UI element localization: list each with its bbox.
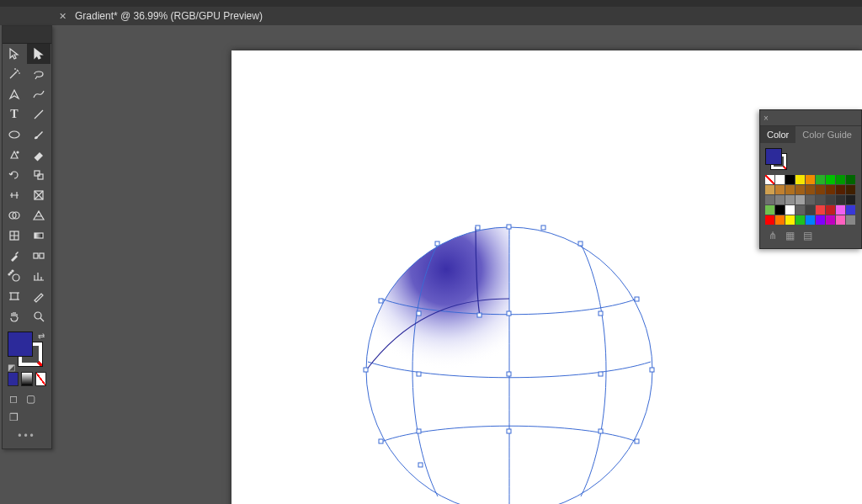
swatch[interactable] — [846, 205, 855, 215]
magic-wand-tool[interactable] — [3, 64, 26, 84]
swatch[interactable] — [795, 215, 805, 225]
artboard-tool[interactable] — [3, 286, 26, 306]
swatch[interactable] — [816, 215, 825, 225]
mesh-tool[interactable] — [3, 225, 26, 246]
swatch[interactable] — [775, 205, 785, 215]
swatch[interactable] — [765, 185, 774, 194]
swatch[interactable] — [836, 185, 845, 194]
swatch[interactable] — [826, 175, 835, 184]
tab-close-icon[interactable]: ✕ — [59, 11, 67, 22]
swatch[interactable] — [816, 175, 825, 184]
swatch[interactable] — [765, 195, 774, 204]
swatch[interactable] — [806, 215, 815, 225]
swatch[interactable] — [826, 215, 835, 225]
swatch[interactable] — [785, 215, 795, 225]
column-graph-tool[interactable] — [27, 266, 51, 286]
perspective-grid-tool[interactable] — [27, 205, 51, 225]
width-tool[interactable] — [3, 185, 26, 205]
default-fill-stroke-icon[interactable]: ◩ — [8, 363, 15, 372]
swatch[interactable] — [765, 205, 774, 215]
swatch[interactable] — [806, 195, 815, 204]
eraser-tool[interactable] — [27, 145, 51, 165]
shaper-tool[interactable] — [3, 145, 26, 165]
swatch[interactable] — [785, 205, 795, 215]
lasso-tool[interactable] — [27, 64, 51, 84]
panel-fill-swatch[interactable] — [765, 148, 782, 165]
panel-close-icon[interactable]: × — [760, 114, 772, 123]
color-mode-none[interactable] — [35, 372, 46, 386]
swatch[interactable] — [846, 215, 855, 225]
color-panel[interactable]: × Color Color Guide ⋔ ▦ ▤ — [759, 109, 862, 249]
panel-fill-stroke[interactable] — [765, 148, 787, 170]
document-tab-bar[interactable]: ✕ Gradient* @ 36.99% (RGB/GPU Preview) — [0, 7, 862, 26]
line-segment-tool[interactable] — [27, 104, 51, 125]
swatch[interactable] — [826, 195, 835, 204]
swatch[interactable] — [816, 195, 825, 204]
change-screen-mode-icon[interactable]: ❐ — [9, 411, 19, 423]
symbol-sprayer-tool[interactable] — [3, 266, 26, 286]
swatch[interactable] — [785, 175, 795, 184]
curvature-tool[interactable] — [27, 84, 51, 104]
swatch[interactable] — [795, 185, 805, 194]
swatch[interactable] — [836, 195, 845, 204]
tab-color-guide[interactable]: Color Guide — [795, 126, 859, 143]
gradient-tool[interactable] — [27, 225, 51, 246]
swatch[interactable] — [765, 215, 774, 225]
tools-panel[interactable]: T ⇄ ◩ ◻ ▢ ❐ ••• — [2, 25, 52, 449]
fill-swatch[interactable] — [8, 332, 33, 357]
menu-bar[interactable] — [0, 0, 862, 7]
free-transform-tool[interactable] — [27, 185, 51, 205]
swatch[interactable] — [846, 185, 855, 194]
swatch[interactable] — [846, 195, 855, 204]
swatch-options-icon[interactable]: ▤ — [803, 230, 812, 241]
rotate-tool[interactable] — [3, 165, 26, 185]
eyedropper-tool[interactable] — [3, 246, 26, 266]
swatch[interactable] — [806, 185, 815, 194]
swatch[interactable] — [826, 205, 835, 215]
swatch[interactable] — [846, 175, 855, 184]
type-tool[interactable]: T — [3, 104, 26, 125]
swatch[interactable] — [765, 175, 774, 184]
blend-tool[interactable] — [27, 246, 51, 266]
swatch[interactable] — [816, 205, 825, 215]
pen-tool[interactable] — [3, 84, 26, 104]
fill-stroke-indicator[interactable]: ⇄ ◩ — [8, 332, 46, 372]
swatch[interactable] — [836, 215, 845, 225]
screen-mode-icon[interactable]: ▢ — [26, 393, 35, 405]
swatch-libraries-icon[interactable]: ⋔ — [769, 230, 777, 241]
paintbrush-tool[interactable] — [27, 125, 51, 145]
swatch[interactable] — [836, 205, 845, 215]
hand-tool[interactable] — [3, 306, 26, 326]
swatch[interactable] — [806, 205, 815, 215]
color-mode-solid[interactable] — [8, 372, 19, 386]
swatch[interactable] — [775, 215, 785, 225]
swatch[interactable] — [775, 195, 785, 204]
swatch[interactable] — [795, 205, 805, 215]
edit-toolbar-icon[interactable]: ••• — [3, 427, 51, 448]
swatch[interactable] — [795, 195, 805, 204]
scale-tool[interactable] — [27, 165, 51, 185]
swatch[interactable] — [785, 195, 795, 204]
tab-color[interactable]: Color — [760, 126, 795, 143]
swatch[interactable] — [816, 185, 825, 194]
tab-title[interactable]: Gradient* @ 36.99% (RGB/GPU Preview) — [75, 10, 263, 22]
swatch[interactable] — [785, 185, 795, 194]
swatch[interactable] — [826, 185, 835, 194]
swap-fill-stroke-icon[interactable]: ⇄ — [38, 332, 45, 341]
swatch[interactable] — [836, 175, 845, 184]
zoom-tool[interactable] — [27, 306, 51, 326]
selection-tool[interactable] — [3, 44, 26, 64]
slice-tool[interactable] — [27, 286, 51, 306]
swatch[interactable] — [795, 175, 805, 184]
swatch[interactable] — [775, 175, 785, 184]
ellipse-tool[interactable] — [3, 125, 26, 145]
color-mode-gradient[interactable] — [21, 372, 32, 386]
tools-panel-header[interactable] — [3, 26, 51, 44]
show-swatch-kinds-icon[interactable]: ▦ — [785, 230, 795, 241]
shape-builder-tool[interactable] — [3, 205, 26, 225]
drawing-mode-icon[interactable]: ◻ — [9, 393, 18, 405]
canvas[interactable] — [0, 25, 862, 504]
swatch[interactable] — [775, 185, 785, 194]
direct-selection-tool[interactable] — [27, 44, 51, 64]
swatch[interactable] — [806, 175, 815, 184]
